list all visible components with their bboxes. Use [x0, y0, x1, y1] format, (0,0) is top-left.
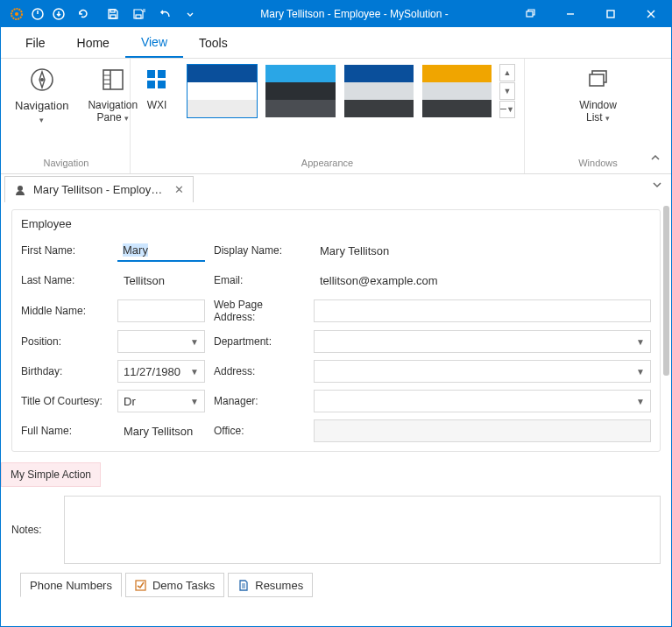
manager-field[interactable]: ▼ [314, 390, 651, 412]
last-name-field[interactable]: Tellitson [117, 269, 205, 292]
wxi-label: WXI [147, 99, 167, 111]
undo-icon[interactable] [157, 5, 174, 23]
chevron-down-icon[interactable]: ▼ [636, 397, 645, 406]
content-area: Employee First Name: Mary Display Name: … [1, 202, 671, 626]
chevron-down-icon[interactable]: ▼ [190, 367, 199, 377]
birthday-field[interactable]: 11/27/1980▼ [117, 360, 205, 383]
svg-point-25 [18, 186, 23, 191]
refresh-icon[interactable] [74, 5, 92, 23]
email-field[interactable]: tellitson@example.com [314, 269, 651, 292]
vertical-scrollbar[interactable] [663, 206, 669, 376]
app-icon[interactable] [8, 5, 25, 23]
download-icon[interactable] [50, 5, 67, 23]
menubar: File Home View Tools [1, 27, 671, 59]
label-manager: Manager: [214, 395, 305, 407]
window-title: Mary Tellitson - Employee - MySolution - [199, 8, 510, 20]
tab-demo-tasks[interactable]: Demo Tasks [125, 573, 224, 597]
tab-resumes[interactable]: Resumes [228, 573, 313, 597]
menu-view[interactable]: View [125, 27, 183, 58]
ribbon-group-windows-label: Windows [534, 154, 662, 172]
label-notes: Notes: [11, 524, 55, 536]
theme-swatch-3[interactable] [343, 64, 414, 118]
chevron-down-icon[interactable]: ▼ [636, 337, 645, 347]
document-icon [237, 579, 250, 591]
position-field[interactable]: ▼ [117, 330, 205, 353]
full-name-field[interactable]: Mary Tellitson [117, 419, 205, 442]
ribbon-group-navigation-label: Navigation [11, 154, 121, 172]
employee-group-title: Employee [12, 210, 660, 237]
tab-menu-icon[interactable] [652, 180, 662, 190]
document-tabstrip: Mary Tellitson - Employ… ✕ [1, 174, 671, 202]
label-address: Address: [214, 365, 305, 377]
save-close-icon[interactable] [131, 5, 148, 23]
close-button[interactable] [631, 1, 671, 27]
theme-dropdown-icon[interactable]: ▼ [499, 101, 515, 118]
theme-scroll-down-icon[interactable]: ▼ [499, 82, 515, 100]
maximize-button[interactable] [591, 1, 631, 27]
svg-point-1 [15, 12, 18, 16]
middle-name-field[interactable] [117, 299, 205, 322]
theme-scroll-up-icon[interactable]: ▲ [499, 64, 515, 81]
svg-rect-20 [158, 70, 166, 78]
mdi-restore-button[interactable] [510, 1, 550, 27]
menu-home[interactable]: Home [61, 27, 125, 58]
navigation-button-label: Navigation▾ [15, 99, 68, 125]
window-controls [510, 1, 671, 27]
ribbon-group-appearance-label: Appearance [139, 154, 515, 172]
tab-phone-numbers[interactable]: Phone Numbers [20, 573, 122, 597]
display-name-field[interactable]: Mary Tellitson [314, 239, 651, 262]
quick-access-toolbar [1, 5, 199, 23]
theme-swatch-4[interactable] [421, 64, 492, 118]
label-middle-name: Middle Name: [21, 305, 109, 317]
label-first-name: First Name: [21, 244, 109, 257]
label-title-courtesy: Title Of Courtesy: [21, 395, 109, 407]
chevron-down-icon[interactable]: ▼ [190, 397, 199, 406]
svg-rect-4 [110, 15, 116, 18]
web-field[interactable] [314, 299, 651, 322]
ribbon-group-appearance: WXI ▲ ▼ ▼ Appearance [131, 59, 525, 173]
label-office: Office: [214, 425, 305, 437]
person-icon [14, 184, 26, 196]
document-tab[interactable]: Mary Tellitson - Employ… ✕ [4, 176, 194, 202]
tab-close-icon[interactable]: ✕ [174, 183, 184, 196]
pane-icon [99, 66, 127, 94]
office-field[interactable] [314, 419, 651, 442]
window-list-label: WindowList ▾ [579, 99, 617, 124]
titlebar: Mary Tellitson - Employee - MySolution - [1, 1, 671, 27]
first-name-field[interactable]: Mary [117, 239, 205, 262]
ribbon: Navigation▾ NavigationPane ▾ Navigation … [1, 59, 671, 174]
chevron-down-icon[interactable]: ▼ [636, 367, 645, 377]
windows-icon [584, 66, 612, 94]
theme-swatch-2[interactable] [265, 64, 336, 118]
detail-tabs: Phone Numbers Demo Tasks Resumes [11, 573, 661, 602]
chevron-down-icon[interactable]: ▼ [190, 337, 199, 347]
svg-rect-9 [607, 11, 614, 18]
navigation-button[interactable]: Navigation▾ [11, 64, 72, 127]
address-field[interactable]: ▼ [314, 360, 651, 383]
save-icon[interactable] [104, 5, 122, 23]
my-simple-action-button[interactable]: My Simple Action [1, 462, 101, 487]
notes-row: Notes: [11, 496, 661, 573]
tab-phone-label: Phone Numbers [30, 579, 112, 592]
label-birthday: Birthday: [21, 365, 109, 377]
qat-dropdown-icon[interactable] [181, 5, 199, 23]
theme-swatch-1[interactable] [187, 64, 258, 118]
employee-group: Employee First Name: Mary Display Name: … [11, 209, 661, 452]
svg-rect-21 [147, 81, 155, 88]
svg-rect-22 [158, 81, 166, 88]
svg-point-13 [40, 78, 44, 81]
window-list-button[interactable]: WindowList ▾ [576, 64, 620, 126]
checklist-icon [135, 579, 147, 591]
department-field[interactable]: ▼ [314, 330, 651, 353]
tab-resumes-label: Resumes [255, 579, 303, 592]
label-last-name: Last Name: [21, 274, 109, 286]
label-full-name: Full Name: [21, 425, 109, 437]
title-courtesy-field[interactable]: Dr▼ [117, 390, 205, 412]
minimize-button[interactable] [550, 1, 591, 27]
notes-field[interactable] [64, 496, 661, 564]
ribbon-collapse-icon[interactable] [647, 149, 664, 166]
logout-icon[interactable] [29, 5, 46, 23]
wxi-button[interactable]: WXI [139, 64, 174, 113]
menu-tools[interactable]: Tools [183, 27, 244, 58]
menu-file[interactable]: File [10, 27, 61, 58]
